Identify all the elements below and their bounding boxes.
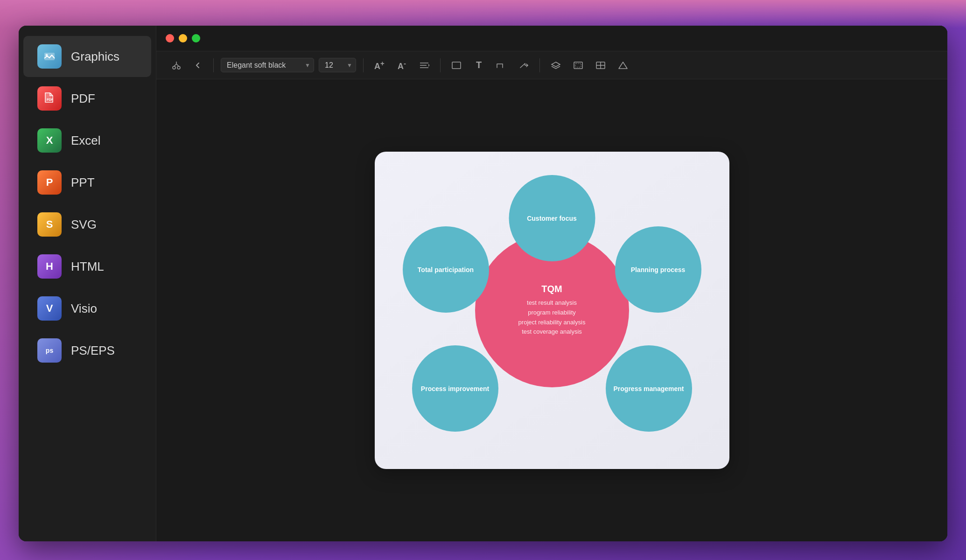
sidebar-item-svg[interactable]: S SVG	[23, 204, 151, 245]
sidebar-label-html: HTML	[71, 259, 104, 274]
maximize-button[interactable]	[192, 34, 200, 42]
sidebar-item-ppt[interactable]: P PPT	[23, 162, 151, 203]
sidebar-item-pseps[interactable]: ps PS/EPS	[23, 330, 151, 371]
text-button[interactable]: T	[470, 56, 488, 74]
tqm-line-3: project reliability analysis	[518, 318, 586, 328]
divider-2	[363, 58, 364, 72]
traffic-lights	[166, 34, 200, 42]
sidebar-label-graphics: Graphics	[71, 49, 119, 64]
triangle-button[interactable]	[614, 56, 632, 74]
graphics-icon	[37, 44, 62, 69]
sidebar-label-pseps: PS/EPS	[71, 343, 115, 358]
divider-1	[213, 58, 214, 72]
sidebar-label-svg: SVG	[71, 217, 97, 232]
svg-line-6	[174, 64, 176, 66]
canvas-area[interactable]: TQM test result analysis program reliabi…	[156, 79, 947, 541]
svg-line-7	[176, 64, 179, 66]
sidebar-item-excel[interactable]: X Excel	[23, 120, 151, 161]
svg-point-5	[177, 66, 180, 69]
align-button[interactable]	[415, 56, 433, 74]
html-icon: H	[37, 254, 62, 279]
grid-align-button[interactable]	[592, 56, 609, 74]
sidebar: Graphics PDF PDF X Excel P PPT	[19, 26, 156, 541]
sidebar-item-html[interactable]: H HTML	[23, 246, 151, 287]
svg-rect-14	[575, 63, 581, 67]
svg-point-1	[46, 54, 48, 56]
pdf-icon: PDF	[37, 86, 62, 111]
sidebar-label-ppt: PPT	[71, 175, 95, 190]
diagram-card: TQM test result analysis program reliabi…	[375, 152, 729, 469]
sidebar-item-pdf[interactable]: PDF PDF	[23, 78, 151, 119]
svg-text:PDF: PDF	[47, 98, 54, 101]
tqm-lines: test result analysis program reliability…	[518, 298, 586, 337]
tqm-line-1: test result analysis	[518, 298, 586, 308]
sidebar-item-graphics[interactable]: Graphics	[23, 36, 151, 77]
cut-button[interactable]	[168, 57, 185, 74]
excel-icon: X	[37, 128, 62, 153]
pseps-icon: ps	[37, 338, 62, 363]
font-increase-icon: A+	[374, 59, 385, 71]
sidebar-label-excel: Excel	[71, 133, 101, 148]
rect-button[interactable]	[448, 56, 465, 74]
tqm-title: TQM	[541, 284, 562, 294]
satellite-process-improvement: Process improvement	[412, 345, 498, 432]
satellite-planning-process: Planning process	[615, 226, 701, 313]
text-icon: T	[476, 60, 482, 70]
font-size-wrapper: 12 ▼	[319, 58, 356, 72]
back-button[interactable]	[189, 57, 206, 74]
font-name-select[interactable]: Elegant soft black	[221, 58, 314, 72]
minimize-button[interactable]	[179, 34, 187, 42]
font-decrease-icon: A-	[398, 59, 406, 71]
svg-rect-12	[452, 62, 461, 69]
tqm-line-2: program reliability	[518, 308, 586, 318]
titlebar	[156, 26, 947, 51]
toolbar: Elegant soft black ▼ 12 ▼ A+ A-	[156, 51, 947, 79]
main-content: Elegant soft black ▼ 12 ▼ A+ A-	[156, 26, 947, 541]
satellite-progress-management: Progress management	[606, 345, 692, 432]
tqm-line-4: test coverage analysis	[518, 327, 586, 337]
crop-button[interactable]	[569, 56, 587, 74]
svg-icon: S	[37, 212, 62, 237]
app-window: Graphics PDF PDF X Excel P PPT	[19, 26, 947, 541]
close-button[interactable]	[166, 34, 174, 42]
svg-point-4	[173, 66, 175, 69]
satellite-customer-focus: Customer focus	[509, 175, 595, 261]
tqm-diagram: TQM test result analysis program reliabi…	[407, 175, 697, 446]
sidebar-label-visio: Visio	[71, 301, 97, 316]
font-decrease-button[interactable]: A-	[393, 56, 411, 74]
arrow-button[interactable]	[515, 56, 532, 74]
font-select-wrapper: Elegant soft black ▼	[221, 58, 314, 72]
divider-4	[539, 58, 540, 72]
sidebar-item-visio[interactable]: V Visio	[23, 288, 151, 329]
font-size-select[interactable]: 12	[319, 58, 356, 72]
divider-3	[440, 58, 441, 72]
font-increase-button[interactable]: A+	[371, 56, 388, 74]
visio-icon: V	[37, 296, 62, 321]
layers-button[interactable]	[547, 56, 565, 74]
ppt-icon: P	[37, 170, 62, 195]
satellite-total-participation: Total participation	[403, 226, 489, 313]
sidebar-label-pdf: PDF	[71, 91, 95, 106]
connector-button[interactable]	[492, 56, 510, 74]
